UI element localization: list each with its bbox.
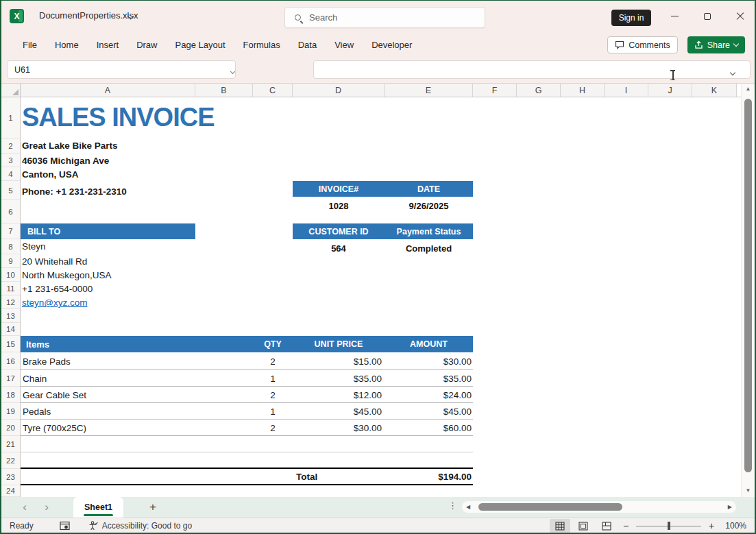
unit-price-header-cell[interactable]: UNIT PRICE — [293, 336, 385, 352]
normal-view-button[interactable] — [550, 519, 570, 533]
horizontal-scrollbar-thumb[interactable] — [478, 503, 622, 511]
select-all-corner[interactable] — [1, 84, 21, 97]
ribbon-tab-page-layout[interactable]: Page Layout — [167, 36, 234, 54]
empty-item-row[interactable] — [21, 436, 473, 452]
row-header-15[interactable]: 15 — [1, 336, 20, 352]
item-name-cell[interactable]: Pedals — [23, 406, 51, 416]
total-value-cell[interactable]: $194.00 — [438, 472, 472, 482]
total-label-cell[interactable]: Total — [296, 472, 317, 482]
item-name-cell[interactable]: Tyre (700x25C) — [23, 422, 86, 433]
row-header-20[interactable]: 20 — [1, 420, 20, 436]
date-header-cell[interactable]: DATE — [385, 181, 473, 197]
row-header-3[interactable]: 3 — [1, 154, 20, 167]
row-header-6[interactable]: 6 — [1, 200, 20, 223]
sheet-nav-forward-button[interactable]: › — [38, 498, 55, 516]
row-header-12[interactable]: 12 — [1, 295, 20, 309]
bill-to-line-cell[interactable]: Steyn — [22, 241, 46, 252]
scrollbar-options-icon[interactable]: ⋮ — [448, 500, 457, 511]
row-header-16[interactable]: 16 — [1, 352, 20, 370]
ribbon-tab-draw[interactable]: Draw — [127, 36, 166, 54]
invoice-date-cell[interactable]: 9/26/2025 — [385, 198, 473, 213]
column-header-E[interactable]: E — [385, 84, 473, 97]
search-input[interactable]: Search — [284, 7, 485, 28]
column-header-K[interactable]: K — [692, 84, 737, 97]
row-header-17[interactable]: 17 — [1, 370, 20, 387]
item-amount-cell[interactable]: $35.00 — [385, 373, 472, 383]
item-name-cell[interactable]: Gear Cable Set — [23, 389, 86, 400]
formula-input[interactable] — [313, 60, 751, 79]
column-header-F[interactable]: F — [473, 84, 517, 97]
bill-to-header-cell[interactable]: BILL TO — [21, 223, 195, 239]
comments-button[interactable]: Comments — [607, 36, 677, 53]
item-qty-cell[interactable]: 2 — [253, 422, 293, 433]
qty-header-cell[interactable]: QTY — [253, 336, 293, 352]
row-header-23[interactable]: 23 — [1, 469, 20, 485]
customer-id-cell[interactable]: 564 — [293, 241, 385, 256]
item-amount-cell[interactable]: $60.00 — [385, 422, 472, 433]
customer-email-link[interactable]: steyn@xyz.com — [22, 298, 87, 308]
scroll-up-icon[interactable]: ▲ — [742, 86, 755, 92]
scroll-down-icon[interactable]: ▼ — [742, 487, 755, 494]
item-unit-price-cell[interactable]: $15.00 — [293, 356, 382, 366]
row-header-22[interactable]: 22 — [1, 452, 20, 469]
row-header-9[interactable]: 9 — [1, 254, 20, 268]
row-header-8[interactable]: 8 — [1, 239, 20, 254]
invoice-title-cell[interactable]: SALES INVOICE — [22, 103, 215, 132]
document-title[interactable]: DocumentProperties.xlsx — [39, 10, 138, 21]
row-header-11[interactable]: 11 — [1, 282, 20, 295]
row-header-14[interactable]: 14 — [1, 323, 20, 336]
invoice-number-header-cell[interactable]: INVOICE# — [293, 181, 385, 197]
name-box-dropdown-icon[interactable] — [230, 69, 235, 74]
row-header-13[interactable]: 13 — [1, 309, 20, 323]
bill-to-line-cell[interactable]: +1 231-654-0000 — [22, 284, 93, 294]
item-amount-cell[interactable]: $24.00 — [385, 389, 472, 400]
column-header-D[interactable]: D — [293, 84, 385, 97]
scroll-right-icon[interactable]: ▶ — [728, 504, 732, 510]
invoice-number-cell[interactable]: 1028 — [293, 198, 385, 213]
zoom-in-button[interactable]: + — [705, 520, 718, 531]
item-unit-price-cell[interactable]: $45.00 — [293, 406, 382, 416]
zoom-slider-thumb[interactable] — [668, 522, 670, 530]
bill-to-line-cell[interactable]: 20 Whitehall Rd — [22, 256, 87, 267]
item-unit-price-cell[interactable]: $12.00 — [293, 389, 382, 400]
payment-status-cell[interactable]: Completed — [385, 241, 473, 256]
ribbon-tab-file[interactable]: File — [14, 36, 46, 54]
company-address1-cell[interactable]: 46036 Michigan Ave — [22, 156, 109, 166]
column-header-B[interactable]: B — [195, 84, 253, 97]
row-header-7[interactable]: 7 — [1, 223, 20, 239]
row-header-24[interactable]: 24 — [1, 485, 20, 497]
item-qty-cell[interactable]: 2 — [253, 389, 293, 400]
sheet-tab-sheet1[interactable]: Sheet1 — [73, 497, 123, 518]
column-header-H[interactable]: H — [561, 84, 605, 97]
zoom-level[interactable]: 100% — [720, 521, 746, 531]
close-button[interactable] — [724, 1, 756, 32]
share-button[interactable]: Share — [687, 36, 745, 53]
item-unit-price-cell[interactable]: $30.00 — [293, 422, 382, 433]
sheet-canvas[interactable]: SALES INVOICE Great Lake Bike Parts 4603… — [21, 97, 741, 497]
item-qty-cell[interactable]: 1 — [253, 406, 293, 416]
zoom-slider[interactable] — [636, 521, 701, 531]
row-header-18[interactable]: 18 — [1, 387, 20, 403]
bill-to-line-cell[interactable]: North Muskegon,USA — [22, 270, 112, 280]
row-header-2[interactable]: 2 — [1, 138, 20, 154]
vertical-scrollbar[interactable]: ▲ ▼ — [741, 84, 755, 497]
macro-record-button[interactable] — [60, 521, 71, 531]
scroll-left-icon[interactable]: ◀ — [466, 504, 470, 510]
customer-header-band[interactable]: CUSTOMER ID Payment Status — [293, 223, 473, 239]
item-amount-cell[interactable]: $45.00 — [385, 406, 472, 416]
column-header-J[interactable]: J — [648, 84, 692, 97]
ribbon-tab-formulas[interactable]: Formulas — [234, 36, 289, 54]
accessibility-status[interactable]: Accessibility: Good to go — [88, 521, 192, 531]
ribbon-tab-view[interactable]: View — [326, 36, 363, 54]
maximize-button[interactable] — [692, 1, 723, 32]
row-header-4[interactable]: 4 — [1, 167, 20, 181]
customer-id-header-cell[interactable]: CUSTOMER ID — [293, 223, 385, 239]
item-qty-cell[interactable]: 1 — [253, 373, 293, 383]
payment-status-header-cell[interactable]: Payment Status — [385, 223, 473, 239]
invoice-meta-header-band[interactable]: INVOICE# DATE — [293, 181, 473, 197]
company-phone-cell[interactable]: Phone: +1 231-231-2310 — [22, 186, 127, 197]
row-header-21[interactable]: 21 — [1, 436, 20, 452]
column-header-I[interactable]: I — [605, 84, 648, 97]
company-address2-cell[interactable]: Canton, USA — [22, 169, 79, 180]
vertical-scrollbar-thumb[interactable] — [744, 99, 752, 472]
